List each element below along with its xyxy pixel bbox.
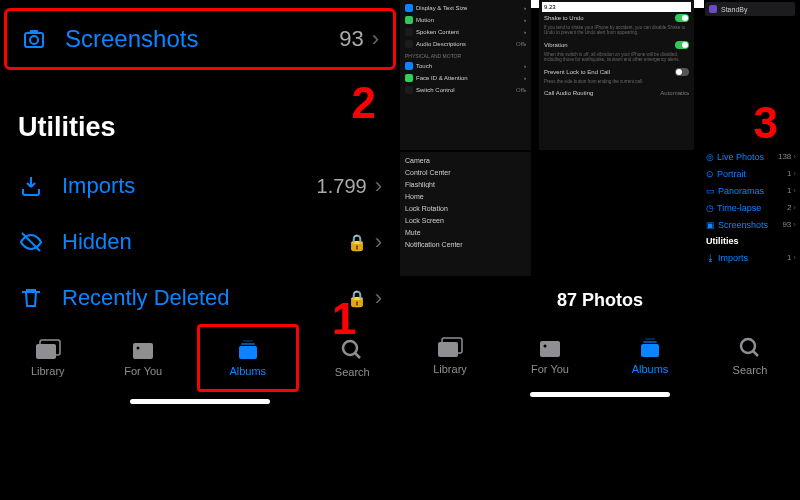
tab-label: Library — [433, 363, 467, 375]
svg-rect-8 — [241, 343, 255, 345]
right-phone-screen: StandBy Display & Text Size› Motion› Spo… — [400, 0, 800, 500]
search-icon — [738, 336, 762, 360]
tab-label: Search — [335, 366, 370, 378]
svg-line-20 — [753, 351, 758, 356]
media-types-list: ◎Live Photos138› ⊙Portrait1› ▭Panoramas1… — [702, 148, 800, 266]
callout-step-3: 3 — [754, 98, 778, 148]
svg-rect-17 — [643, 341, 657, 343]
library-icon — [35, 339, 61, 361]
tab-bar: Library For You Albums Search — [0, 322, 400, 394]
list-item[interactable]: ⭳Imports1› — [702, 249, 800, 266]
album-label: Recently Deleted — [62, 285, 347, 311]
home-indicator[interactable] — [530, 392, 670, 397]
svg-rect-12 — [438, 342, 458, 357]
svg-point-1 — [30, 36, 38, 44]
svg-rect-9 — [243, 340, 253, 342]
tab-search[interactable]: Search — [305, 322, 401, 394]
tab-for-you[interactable]: For You — [500, 320, 600, 392]
tab-for-you[interactable]: For You — [96, 322, 192, 394]
album-label: Screenshots — [65, 25, 339, 53]
section-header-utilities: Utilities — [18, 112, 116, 143]
svg-rect-16 — [641, 344, 659, 357]
list-item[interactable]: ◎Live Photos138› — [702, 148, 800, 165]
tab-search[interactable]: Search — [700, 320, 800, 392]
tab-label: For You — [124, 365, 162, 377]
album-row-hidden[interactable]: Hidden 🔒 › — [0, 214, 400, 270]
svg-point-10 — [343, 341, 357, 355]
thumbnail-settings-accessibility[interactable]: Display & Text Size› Motion› Spoken Cont… — [400, 0, 531, 150]
toggle-on-icon — [675, 14, 689, 22]
tab-label: For You — [531, 363, 569, 375]
import-icon — [18, 173, 44, 199]
svg-line-11 — [355, 353, 360, 358]
tab-bar: Library For You Albums Search — [400, 320, 800, 392]
tab-library[interactable]: Library — [400, 320, 500, 392]
svg-rect-14 — [540, 341, 560, 357]
svg-rect-3 — [36, 344, 56, 359]
tab-label: Library — [31, 365, 65, 377]
home-indicator[interactable] — [130, 399, 270, 404]
list-item[interactable]: ▣Screenshots93› — [702, 216, 800, 233]
trash-icon — [18, 285, 44, 311]
for-you-icon — [538, 337, 562, 359]
list-item[interactable]: ▭Panoramas1› — [702, 182, 800, 199]
album-row-screenshots[interactable]: Screenshots 93 › — [4, 8, 396, 70]
toggle-off-icon — [675, 68, 689, 76]
tab-label: Albums — [632, 363, 669, 375]
album-count: 1.799 — [317, 175, 367, 198]
tab-label: Search — [733, 364, 768, 376]
library-icon — [437, 337, 463, 359]
search-icon — [340, 338, 364, 362]
albums-icon — [236, 339, 260, 361]
hidden-icon — [18, 229, 44, 255]
section-header-utilities: Utilities — [702, 233, 800, 249]
callout-step-2: 2 — [352, 78, 376, 128]
left-phone-screen: Screenshots 93 › 2 Utilities Imports 1.7… — [0, 0, 400, 500]
svg-rect-7 — [239, 346, 257, 359]
toggle-on-icon — [675, 41, 689, 49]
chevron-right-icon: › — [375, 285, 382, 311]
screenshot-icon — [21, 26, 47, 52]
svg-point-15 — [544, 345, 547, 348]
list-item[interactable]: ⊙Portrait1› — [702, 165, 800, 182]
svg-rect-18 — [645, 338, 655, 340]
chevron-right-icon: › — [372, 26, 379, 52]
thumbnail-settings-touch[interactable]: 9.23 Shake to Undo If you tend to shake … — [539, 0, 694, 150]
svg-point-6 — [137, 347, 140, 350]
lock-icon: 🔒 — [347, 233, 367, 252]
albums-icon — [638, 337, 662, 359]
tab-label: Albums — [229, 365, 266, 377]
album-count: 93 — [339, 26, 363, 52]
tab-library[interactable]: Library — [0, 322, 96, 394]
album-row-imports[interactable]: Imports 1.799 › — [0, 158, 400, 214]
album-label: Imports — [62, 173, 317, 199]
tab-albums[interactable]: Albums — [197, 324, 299, 392]
album-label: Hidden — [62, 229, 347, 255]
svg-point-19 — [741, 339, 755, 353]
for-you-icon — [131, 339, 155, 361]
svg-rect-5 — [133, 343, 153, 359]
tab-albums[interactable]: Albums — [600, 320, 700, 392]
thumbnail-assistivetouch-menu[interactable]: Camera Control Center Flashlight Home Lo… — [400, 152, 531, 276]
chevron-right-icon: › — [375, 173, 382, 199]
photo-count-label: 87 Photos — [400, 290, 800, 311]
chevron-right-icon: › — [375, 229, 382, 255]
list-item[interactable]: ◷Time-lapse2› — [702, 199, 800, 216]
